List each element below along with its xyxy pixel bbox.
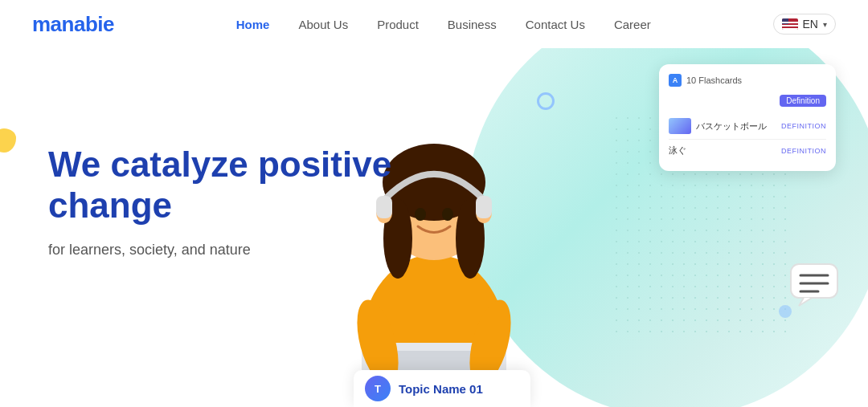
nav-home[interactable]: Home [236,18,270,31]
yellow-blob-decoration [0,128,16,153]
svg-point-9 [415,208,426,221]
flashcard-row-2: 泳ぐ DEFINITION [669,140,826,161]
flashcard-header: A 10 Flashcards [669,74,826,87]
flashcard-image-1 [669,118,691,134]
svg-rect-8 [476,196,492,218]
hero-section: We catalyze positive change for learners… [0,48,868,407]
hero-headline: We catalyze positive change [48,144,391,226]
chevron-down-icon: ▾ [823,20,827,29]
flashcard-def-2: DEFINITION [781,147,826,155]
svg-point-10 [442,208,453,221]
flashcard-term-1: バスケットボール [696,120,781,132]
svg-rect-18 [791,264,837,298]
topic-avatar: T [365,376,391,401]
topic-card[interactable]: T Topic Name 01 [354,370,530,407]
nav-business[interactable]: Business [448,18,497,31]
chat-bubble-decoration [789,263,845,311]
flag-icon [782,18,798,30]
nav-about[interactable]: About Us [298,18,348,31]
flashcard-tab[interactable]: Definition [780,95,826,107]
main-nav: Home About Us Product Business Contact U… [236,18,651,31]
hero-subtext: for learners, society, and nature [48,242,391,258]
flashcard-title: 10 Flashcards [686,75,742,85]
flashcard-def-1: DEFINITION [781,122,826,130]
flashcard-row-1: バスケットボール DEFINITION [669,113,826,140]
hero-headline-line1: We catalyze positive [48,144,391,184]
logo-text: manabie [32,12,114,36]
language-selector[interactable]: EN ▾ [773,14,836,35]
lang-label: EN [803,18,818,31]
header: manabie Home About Us Product Business C… [0,0,868,48]
flashcard-icon: A [669,74,682,87]
logo[interactable]: manabie [32,12,114,37]
flashcard-term-2: 泳ぐ [669,144,781,157]
nav-product[interactable]: Product [377,18,419,31]
flashcard-widget: A 10 Flashcards Definition バスケットボール DEFI… [659,64,836,171]
topic-name: Topic Name 01 [399,382,483,396]
hero-text-block: We catalyze positive change for learners… [48,144,391,258]
nav-contact[interactable]: Contact Us [526,18,585,31]
flashcard-tab-row: Definition [669,95,826,107]
topic-avatar-letter: T [375,383,381,395]
hero-headline-line2: change [48,185,172,225]
nav-career[interactable]: Career [614,18,651,31]
